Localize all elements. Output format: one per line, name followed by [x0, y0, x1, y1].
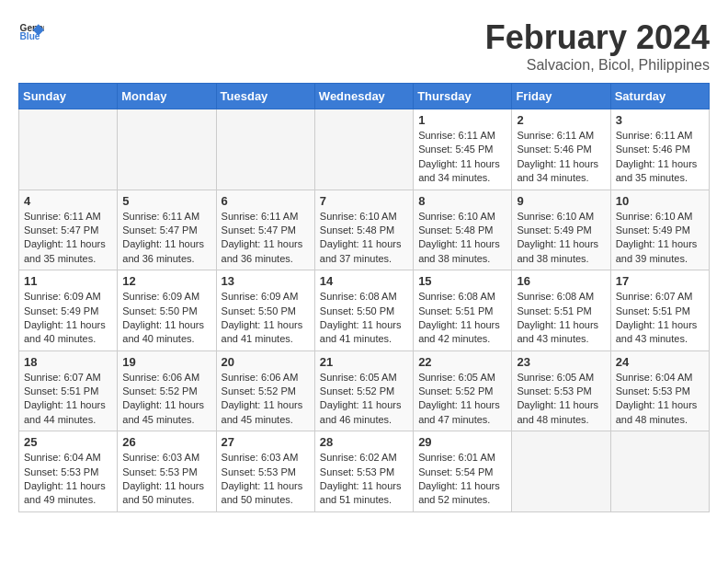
day-info: Sunrise: 6:11 AM Sunset: 5:45 PM Dayligh… [418, 129, 506, 186]
table-row: 6Sunrise: 6:11 AM Sunset: 5:47 PM Daylig… [216, 190, 314, 270]
table-row: 14Sunrise: 6:08 AM Sunset: 5:50 PM Dayli… [314, 270, 413, 351]
day-number: 26 [122, 435, 210, 449]
col-monday: Monday [118, 84, 216, 109]
day-info: Sunrise: 6:06 AM Sunset: 5:52 PM Dayligh… [122, 371, 210, 428]
day-info: Sunrise: 6:11 AM Sunset: 5:46 PM Dayligh… [616, 129, 704, 186]
col-wednesday: Wednesday [314, 84, 413, 109]
day-info: Sunrise: 6:05 AM Sunset: 5:53 PM Dayligh… [517, 371, 605, 428]
day-number: 13 [222, 274, 310, 288]
day-info: Sunrise: 6:09 AM Sunset: 5:50 PM Dayligh… [122, 290, 210, 347]
table-row [19, 109, 118, 190]
table-row [512, 431, 610, 512]
table-row: 29Sunrise: 6:01 AM Sunset: 5:54 PM Dayli… [414, 431, 512, 512]
day-number: 25 [24, 435, 112, 449]
day-number: 19 [122, 355, 210, 369]
day-info: Sunrise: 6:11 AM Sunset: 5:47 PM Dayligh… [222, 210, 310, 267]
day-number: 16 [517, 274, 605, 288]
page-header: General Blue February 2024 Salvacion, Bi… [18, 18, 710, 74]
calendar-week-row: 4Sunrise: 6:11 AM Sunset: 5:47 PM Daylig… [19, 190, 710, 270]
table-row [314, 109, 413, 190]
day-info: Sunrise: 6:03 AM Sunset: 5:53 PM Dayligh… [122, 451, 210, 508]
table-row: 20Sunrise: 6:06 AM Sunset: 5:52 PM Dayli… [216, 350, 314, 431]
day-number: 9 [517, 194, 605, 208]
day-number: 29 [418, 435, 506, 449]
page-title: February 2024 [485, 18, 710, 57]
day-number: 20 [222, 355, 310, 369]
day-number: 18 [24, 355, 112, 369]
table-row: 7Sunrise: 6:10 AM Sunset: 5:48 PM Daylig… [314, 190, 413, 270]
day-info: Sunrise: 6:04 AM Sunset: 5:53 PM Dayligh… [24, 451, 112, 508]
day-info: Sunrise: 6:02 AM Sunset: 5:53 PM Dayligh… [320, 451, 408, 508]
day-info: Sunrise: 6:08 AM Sunset: 5:51 PM Dayligh… [517, 290, 605, 347]
table-row: 18Sunrise: 6:07 AM Sunset: 5:51 PM Dayli… [19, 350, 118, 431]
day-number: 27 [222, 435, 310, 449]
table-row: 27Sunrise: 6:03 AM Sunset: 5:53 PM Dayli… [216, 431, 314, 512]
day-number: 17 [616, 274, 704, 288]
day-info: Sunrise: 6:05 AM Sunset: 5:52 PM Dayligh… [320, 371, 408, 428]
table-row: 2Sunrise: 6:11 AM Sunset: 5:46 PM Daylig… [512, 109, 610, 190]
day-number: 8 [418, 194, 506, 208]
calendar-week-row: 1Sunrise: 6:11 AM Sunset: 5:45 PM Daylig… [19, 109, 710, 190]
day-number: 28 [320, 435, 408, 449]
day-number: 12 [122, 274, 210, 288]
col-tuesday: Tuesday [216, 84, 314, 109]
day-info: Sunrise: 6:11 AM Sunset: 5:47 PM Dayligh… [122, 210, 210, 267]
logo-icon: General Blue [18, 18, 44, 44]
table-row: 5Sunrise: 6:11 AM Sunset: 5:47 PM Daylig… [118, 190, 216, 270]
day-info: Sunrise: 6:09 AM Sunset: 5:49 PM Dayligh… [24, 290, 112, 347]
day-info: Sunrise: 6:05 AM Sunset: 5:52 PM Dayligh… [418, 371, 506, 428]
day-number: 22 [418, 355, 506, 369]
table-row: 21Sunrise: 6:05 AM Sunset: 5:52 PM Dayli… [314, 350, 413, 431]
table-row: 12Sunrise: 6:09 AM Sunset: 5:50 PM Dayli… [118, 270, 216, 351]
col-friday: Friday [512, 84, 610, 109]
calendar-header-row: Sunday Monday Tuesday Wednesday Thursday… [19, 84, 710, 109]
day-number: 4 [24, 194, 112, 208]
day-info: Sunrise: 6:10 AM Sunset: 5:48 PM Dayligh… [320, 210, 408, 267]
day-info: Sunrise: 6:10 AM Sunset: 5:49 PM Dayligh… [517, 210, 605, 267]
day-info: Sunrise: 6:07 AM Sunset: 5:51 PM Dayligh… [24, 371, 112, 428]
table-row [610, 431, 709, 512]
day-number: 2 [517, 113, 605, 127]
day-number: 24 [616, 355, 704, 369]
table-row: 13Sunrise: 6:09 AM Sunset: 5:50 PM Dayli… [216, 270, 314, 351]
col-thursday: Thursday [414, 84, 512, 109]
table-row: 11Sunrise: 6:09 AM Sunset: 5:49 PM Dayli… [19, 270, 118, 351]
title-area: February 2024 Salvacion, Bicol, Philippi… [485, 18, 710, 74]
table-row: 25Sunrise: 6:04 AM Sunset: 5:53 PM Dayli… [19, 431, 118, 512]
table-row: 8Sunrise: 6:10 AM Sunset: 5:48 PM Daylig… [414, 190, 512, 270]
table-row: 24Sunrise: 6:04 AM Sunset: 5:53 PM Dayli… [610, 350, 709, 431]
table-row [216, 109, 314, 190]
table-row: 1Sunrise: 6:11 AM Sunset: 5:45 PM Daylig… [414, 109, 512, 190]
day-info: Sunrise: 6:11 AM Sunset: 5:46 PM Dayligh… [517, 129, 605, 186]
day-info: Sunrise: 6:08 AM Sunset: 5:51 PM Dayligh… [418, 290, 506, 347]
day-number: 14 [320, 274, 408, 288]
table-row: 23Sunrise: 6:05 AM Sunset: 5:53 PM Dayli… [512, 350, 610, 431]
day-info: Sunrise: 6:10 AM Sunset: 5:49 PM Dayligh… [616, 210, 704, 267]
calendar-week-row: 25Sunrise: 6:04 AM Sunset: 5:53 PM Dayli… [19, 431, 710, 512]
day-number: 1 [418, 113, 506, 127]
svg-text:Blue: Blue [20, 31, 40, 41]
day-info: Sunrise: 6:11 AM Sunset: 5:47 PM Dayligh… [24, 210, 112, 267]
day-number: 15 [418, 274, 506, 288]
col-saturday: Saturday [610, 84, 709, 109]
table-row: 4Sunrise: 6:11 AM Sunset: 5:47 PM Daylig… [19, 190, 118, 270]
day-info: Sunrise: 6:07 AM Sunset: 5:51 PM Dayligh… [616, 290, 704, 347]
day-info: Sunrise: 6:10 AM Sunset: 5:48 PM Dayligh… [418, 210, 506, 267]
table-row [118, 109, 216, 190]
day-info: Sunrise: 6:09 AM Sunset: 5:50 PM Dayligh… [222, 290, 310, 347]
day-number: 5 [122, 194, 210, 208]
day-info: Sunrise: 6:03 AM Sunset: 5:53 PM Dayligh… [222, 451, 310, 508]
day-number: 6 [222, 194, 310, 208]
day-number: 10 [616, 194, 704, 208]
day-info: Sunrise: 6:06 AM Sunset: 5:52 PM Dayligh… [222, 371, 310, 428]
table-row: 15Sunrise: 6:08 AM Sunset: 5:51 PM Dayli… [414, 270, 512, 351]
day-number: 23 [517, 355, 605, 369]
day-number: 11 [24, 274, 112, 288]
table-row: 16Sunrise: 6:08 AM Sunset: 5:51 PM Dayli… [512, 270, 610, 351]
day-info: Sunrise: 6:04 AM Sunset: 5:53 PM Dayligh… [616, 371, 704, 428]
table-row: 19Sunrise: 6:06 AM Sunset: 5:52 PM Dayli… [118, 350, 216, 431]
calendar-week-row: 18Sunrise: 6:07 AM Sunset: 5:51 PM Dayli… [19, 350, 710, 431]
col-sunday: Sunday [19, 84, 118, 109]
day-info: Sunrise: 6:08 AM Sunset: 5:50 PM Dayligh… [320, 290, 408, 347]
table-row: 28Sunrise: 6:02 AM Sunset: 5:53 PM Dayli… [314, 431, 413, 512]
